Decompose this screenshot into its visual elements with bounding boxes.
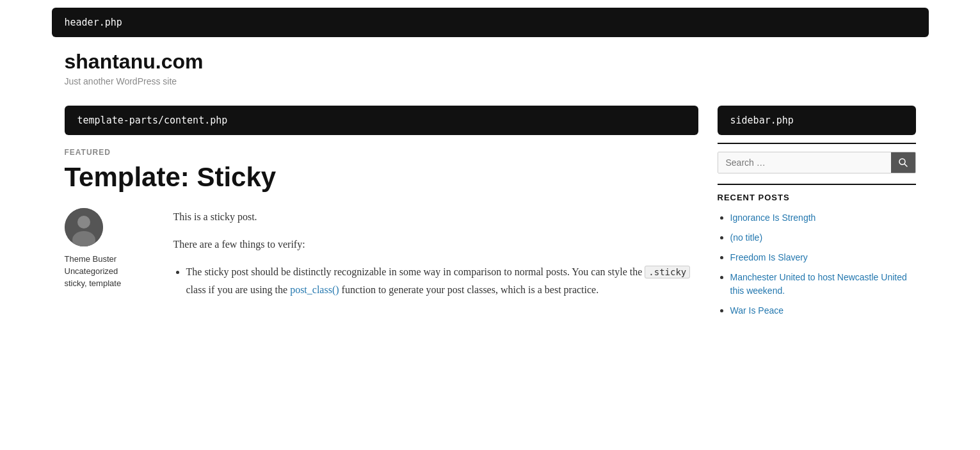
post-tags: sticky, template [65, 278, 154, 288]
recent-post-link[interactable]: Freedom Is Slavery [730, 252, 808, 262]
content-area: template-parts/content.php FEATURED Temp… [65, 106, 698, 309]
post-featured-label: FEATURED [65, 148, 698, 157]
svg-line-4 [904, 164, 907, 166]
content-bar: template-parts/content.php [65, 106, 698, 135]
recent-post-link[interactable]: (no title) [730, 232, 763, 243]
sidebar-divider-1 [718, 143, 916, 144]
search-button[interactable] [891, 152, 915, 173]
recent-post-link[interactable]: Ignorance Is Strength [730, 213, 816, 223]
post-meta: Theme Buster Uncategorized sticky, templ… [65, 208, 154, 309]
svg-point-1 [77, 216, 90, 229]
recent-post-item: Ignorance Is Strength [730, 211, 916, 225]
search-icon [899, 158, 908, 167]
sidebar-bar: sidebar.php [718, 106, 916, 135]
avatar [65, 208, 103, 246]
main-layout: template-parts/content.php FEATURED Temp… [52, 106, 929, 324]
post-body-area: Theme Buster Uncategorized sticky, templ… [65, 208, 698, 309]
code-sticky: .sticky [645, 266, 690, 278]
post-class-link[interactable]: post_class() [290, 284, 339, 295]
recent-posts-title: RECENT POSTS [718, 193, 916, 202]
list-text-end: function to generate your post classes, … [339, 284, 599, 295]
post-title: Template: Sticky [65, 162, 698, 193]
list-text-before: The sticky post should be distinctly rec… [186, 266, 645, 277]
top-bar-label: header.php [65, 17, 122, 28]
post-list: The sticky post should be distinctly rec… [186, 263, 698, 298]
search-input[interactable] [718, 152, 891, 173]
recent-post-item: Manchester United to host Newcastle Unit… [730, 271, 916, 298]
recent-post-item: (no title) [730, 231, 916, 245]
sidebar-bar-label: sidebar.php [730, 115, 794, 126]
recent-post-item: War Is Peace [730, 304, 916, 317]
recent-post-link[interactable]: War Is Peace [730, 305, 784, 316]
post-list-item-1: The sticky post should be distinctly rec… [186, 263, 698, 298]
search-widget [718, 152, 916, 173]
post-paragraph-2: There are a few things to verify: [173, 236, 698, 253]
recent-posts-list: Ignorance Is Strength(no title)Freedom I… [730, 211, 916, 317]
top-bar-header: header.php [52, 8, 929, 37]
site-tagline: Just another WordPress site [65, 76, 916, 86]
sidebar-divider-2 [718, 184, 916, 185]
sidebar: sidebar.php RECENT POSTS Ignorance Is St… [718, 106, 916, 324]
post-content: This is a sticky post. There are a few t… [173, 208, 698, 309]
post-paragraph-1: This is a sticky post. [173, 208, 698, 225]
svg-point-3 [899, 159, 905, 165]
site-title: shantanu.com [65, 50, 916, 74]
recent-post-link[interactable]: Manchester United to host Newcastle Unit… [730, 272, 907, 296]
post-author: Theme Buster [65, 254, 154, 264]
recent-post-item: Freedom Is Slavery [730, 251, 916, 264]
post-category: Uncategorized [65, 266, 154, 276]
content-bar-label: template-parts/content.php [77, 115, 228, 126]
list-text-middle: class if you are using the [186, 284, 291, 295]
site-header: shantanu.com Just another WordPress site [52, 50, 929, 86]
